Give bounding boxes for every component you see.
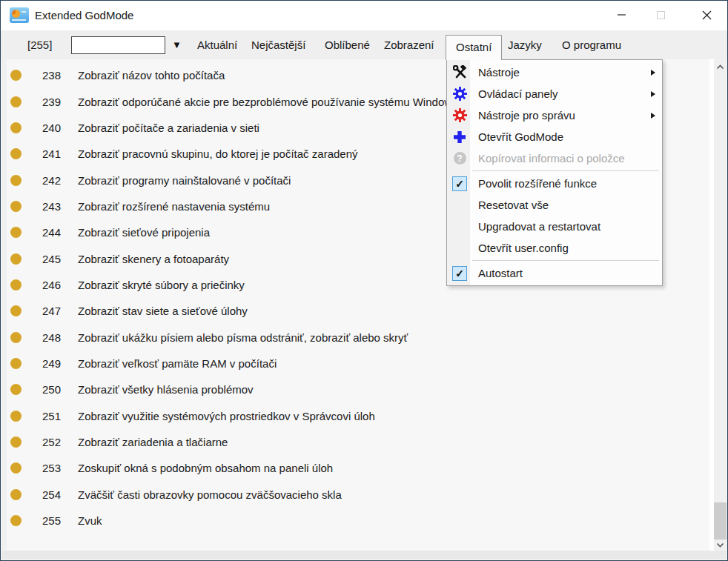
- menu-item-autostart[interactable]: ✓Autostart: [447, 262, 662, 284]
- list-item-249[interactable]: 249Zobraziť veľkosť pamäte RAM v počítač…: [1, 351, 709, 376]
- item-label: Zobraziť odporúčané akcie pre bezproblém…: [78, 96, 458, 108]
- item-label: Zobraziť stav siete a sieťové úlohy: [78, 305, 248, 317]
- list-item-252[interactable]: 252Zobraziť zariadenia a tlačiarne: [1, 429, 709, 455]
- menu-item-kopirovat-informaci-o-polozce: ?Kopírovat informaci o položce: [447, 147, 662, 169]
- list-item-251[interactable]: 251Zobraziť využitie systémových prostri…: [1, 402, 709, 428]
- menu-item-label: Nástroje: [478, 66, 651, 79]
- item-status-dot-icon: [10, 332, 21, 343]
- menu-item-resetovat-vse[interactable]: Resetovat vše: [447, 194, 662, 216]
- list-item-254[interactable]: 254Zväčšiť časti obrazovky pomocou zväčš…: [1, 482, 709, 508]
- minimize-icon: [618, 10, 626, 19]
- item-label: Zvuk: [78, 514, 102, 527]
- scroll-up-icon[interactable]: [714, 61, 727, 73]
- plus-blue-icon: [447, 130, 472, 144]
- question-icon: ?: [454, 152, 466, 165]
- tools-icon: [447, 65, 472, 79]
- menu-item-otevrit-godmode[interactable]: Otevřít GodMode: [447, 126, 662, 147]
- window-title: Extended GodMode: [35, 1, 133, 30]
- maximize-icon: [657, 11, 665, 19]
- gear-red-icon: [447, 108, 472, 122]
- item-status-dot-icon: [10, 96, 21, 107]
- question-icon: ?: [447, 152, 472, 165]
- minimize-button[interactable]: [606, 1, 638, 29]
- item-number: 245: [27, 253, 61, 265]
- menu-item-nastroje-pro-spravu[interactable]: Nástroje pro správu: [447, 104, 662, 126]
- item-number: 251: [27, 410, 61, 422]
- menu-item-label: Autostart: [478, 267, 662, 279]
- item-label: Zobraziť ukážku písiem alebo písma odstr…: [78, 331, 408, 344]
- menu-item-otevrit-user-config[interactable]: Otevřít user.config: [447, 237, 662, 259]
- item-status-dot-icon: [10, 279, 21, 291]
- menu-item-label: Kopírovat informaci o položce: [478, 152, 662, 165]
- app-icon: [10, 7, 29, 23]
- item-label: Zobraziť skryté súbory a priečinky: [78, 279, 245, 291]
- item-status-dot-icon: [10, 515, 21, 526]
- menubar-item-zobrazeni[interactable]: Zobrazení: [384, 30, 434, 59]
- menu-item-label: Nástroje pro správu: [478, 109, 651, 122]
- item-status-dot-icon: [10, 227, 21, 238]
- menu-item-label: Povolit rozšířené funkce: [478, 177, 662, 190]
- menubar-item-aktualni[interactable]: Aktuální: [197, 30, 237, 59]
- item-number: 253: [27, 462, 61, 474]
- menu-item-povolit-rozsirene-funkce[interactable]: ✓Povolit rozšířené funkce: [447, 173, 662, 194]
- item-label: Zobraziť počítače a zariadenia v sieti: [78, 122, 259, 134]
- submenu-arrow-icon: [651, 70, 655, 76]
- item-number: 242: [27, 174, 61, 187]
- item-number: 252: [27, 436, 61, 448]
- item-label: Zobraziť pracovnú skupinu, do ktorej je …: [78, 147, 358, 160]
- menubar-item-ostatni[interactable]: Ostatní: [446, 35, 502, 60]
- list-item-248[interactable]: 248Zobraziť ukážku písiem alebo písma od…: [1, 324, 709, 350]
- menubar-item-oblibene[interactable]: Oblíbené: [325, 30, 370, 59]
- menubar-item-o-programu[interactable]: O programu: [562, 30, 621, 59]
- maximize-button: [644, 1, 677, 29]
- item-number: 249: [27, 357, 61, 370]
- item-label: Zobraziť skenery a fotoaparáty: [78, 253, 229, 265]
- item-label: Zobraziť využitie systémových prostriedk…: [78, 410, 375, 422]
- item-status-dot-icon: [10, 122, 21, 133]
- search-input[interactable]: [71, 36, 165, 54]
- list-item-250[interactable]: 250Zobraziť všetky hlásenia problémov: [1, 376, 709, 402]
- menu-separator: [472, 260, 659, 261]
- item-number: 241: [27, 147, 61, 160]
- menu-item-upgradovat-a-restartovat[interactable]: Upgradovat a restartovat: [447, 216, 662, 237]
- menu-separator: [472, 170, 659, 171]
- item-label: Zobraziť všetky hlásenia problémov: [78, 383, 254, 396]
- app-window: Extended GodMode [255] ▼ AktuálníNejčast…: [0, 0, 728, 561]
- search-dropdown-arrow-icon[interactable]: ▼: [172, 30, 182, 59]
- item-label: Zobraziť názov tohto počítača: [78, 69, 225, 82]
- scrollbar-thumb[interactable]: [714, 502, 727, 540]
- item-number: 250: [27, 383, 61, 396]
- item-number: 248: [27, 331, 61, 344]
- toolbar: [255] ▼ AktuálníNejčastějšíOblíbenéZobra…: [1, 30, 727, 59]
- item-status-dot-icon: [10, 175, 21, 186]
- menu-item-label: Ovládací panely: [478, 87, 651, 100]
- item-status-dot-icon: [10, 436, 21, 448]
- item-number: 238: [27, 69, 61, 82]
- item-label: Zväčšiť časti obrazovky pomocou zväčšova…: [78, 488, 342, 501]
- menubar-item-nejcastejsi[interactable]: Nejčastější: [251, 30, 305, 59]
- item-status-dot-icon: [10, 253, 21, 265]
- menu-item-label: Otevřít user.config: [478, 242, 662, 254]
- item-count-label: [255]: [27, 30, 52, 59]
- menu-item-label: Resetovat vše: [478, 199, 662, 211]
- item-number: 255: [27, 514, 61, 527]
- scroll-down-icon[interactable]: [714, 539, 727, 551]
- item-label: Zobraziť rozšírené nastavenia systému: [78, 200, 270, 213]
- close-button[interactable]: [690, 1, 723, 29]
- item-status-dot-icon: [10, 201, 21, 212]
- item-status-dot-icon: [10, 148, 21, 159]
- titlebar: Extended GodMode: [1, 1, 727, 30]
- menubar-item-jazyky[interactable]: Jazyky: [508, 30, 542, 59]
- list-item-253[interactable]: 253Zoskupiť okná s podobným obsahom na p…: [1, 455, 709, 481]
- item-status-dot-icon: [10, 489, 21, 500]
- menu-item-nastroje[interactable]: Nástroje: [447, 62, 662, 83]
- vertical-scrollbar[interactable]: [709, 59, 727, 553]
- item-status-dot-icon: [10, 358, 21, 369]
- list-item-247[interactable]: 247Zobraziť stav siete a sieťové úlohy: [1, 298, 709, 324]
- checkbox-checked-icon: ✓: [452, 176, 467, 191]
- ostatni-dropdown-menu: NástrojeOvládací panelyNástroje pro sprá…: [446, 59, 663, 286]
- list-item-255[interactable]: 255Zvuk: [1, 508, 709, 534]
- item-status-dot-icon: [10, 462, 21, 474]
- menu-item-label: Upgradovat a restartovat: [478, 220, 662, 233]
- menu-item-ovladaci-panely[interactable]: Ovládací panely: [447, 83, 662, 104]
